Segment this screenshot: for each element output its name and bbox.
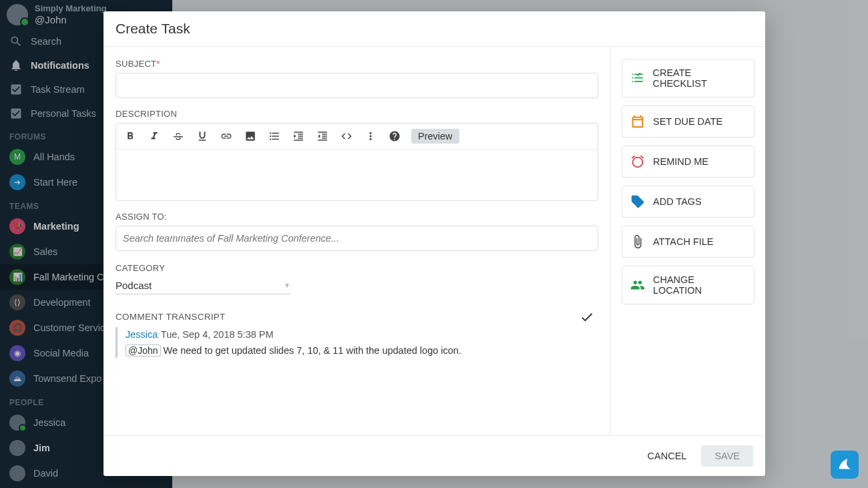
link-button[interactable] — [219, 128, 234, 145]
change-location-button[interactable]: CHANGE LOCATION — [622, 266, 754, 304]
modal-footer: CANCEL SAVE — [103, 435, 765, 476]
add-tags-button[interactable]: ADD TAGS — [622, 186, 754, 218]
subject-label: SUBJECT* — [116, 59, 598, 69]
transcript-label: COMMENT TRANSCRIPT — [116, 308, 226, 326]
create-task-modal: Create Task SUBJECT* DESCRIPTION — [103, 11, 765, 476]
subject-input[interactable] — [116, 73, 598, 98]
calendar-icon — [630, 114, 645, 129]
action-label: CHANGE LOCATION — [653, 274, 746, 296]
attach-file-button[interactable]: ATTACH FILE — [622, 226, 754, 258]
chevron-down-icon: ▼ — [284, 282, 290, 289]
assign-input[interactable] — [116, 226, 598, 251]
people-icon — [630, 278, 645, 292]
assign-label: ASSIGN TO: — [116, 212, 598, 222]
description-editor: Preview — [116, 123, 598, 201]
action-label: SET DUE DATE — [653, 116, 722, 127]
transcript-author: Jessica — [126, 329, 158, 340]
create-checklist-button[interactable]: CREATE CHECKLIST — [622, 59, 754, 97]
description-textarea[interactable] — [116, 150, 598, 200]
set-due-date-button[interactable]: SET DUE DATE — [622, 105, 754, 138]
image-button[interactable] — [243, 128, 258, 145]
save-button[interactable]: SAVE — [701, 445, 753, 467]
transcript-timestamp: Tue, Sep 4, 2018 5:38 PM — [161, 329, 274, 340]
transcript-body: We need to get updated slides 7, 10, & 1… — [164, 345, 461, 356]
category-value: Podcast — [116, 280, 152, 291]
code-button[interactable] — [339, 128, 354, 145]
checklist-icon — [630, 71, 644, 85]
category-label: CATEGORY — [116, 263, 598, 273]
outdent-button[interactable] — [315, 128, 330, 145]
app-logo[interactable] — [831, 451, 859, 479]
help-button[interactable] — [387, 128, 402, 145]
action-label: CREATE CHECKLIST — [652, 67, 746, 89]
underline-button[interactable] — [195, 128, 210, 145]
alarm-icon — [630, 154, 645, 169]
modal-header: Create Task — [103, 11, 765, 47]
preview-button[interactable]: Preview — [411, 129, 459, 144]
category-select[interactable]: Podcast ▼ — [116, 277, 290, 294]
editor-toolbar: Preview — [116, 124, 598, 150]
modal-side-column: CREATE CHECKLIST SET DUE DATE REMIND ME … — [610, 47, 765, 435]
action-label: ATTACH FILE — [653, 236, 714, 247]
cancel-button[interactable]: CANCEL — [648, 451, 687, 461]
transcript-entry: Jessica Tue, Sep 4, 2018 5:38 PM @John W… — [116, 327, 598, 358]
check-icon[interactable] — [580, 310, 594, 324]
description-label: DESCRIPTION — [116, 109, 598, 119]
action-label: ADD TAGS — [653, 196, 702, 207]
remind-me-button[interactable]: REMIND ME — [622, 146, 754, 178]
strikethrough-button[interactable] — [171, 128, 186, 145]
bold-button[interactable] — [123, 128, 138, 145]
mention-chip[interactable]: @John — [126, 344, 161, 356]
paperclip-icon — [630, 234, 645, 249]
italic-button[interactable] — [147, 128, 162, 145]
tags-icon — [630, 194, 645, 209]
indent-button[interactable] — [291, 128, 306, 145]
bullet-list-button[interactable] — [267, 128, 282, 145]
modal-main-column: SUBJECT* DESCRIPTION — [103, 47, 610, 435]
more-button[interactable] — [363, 128, 378, 145]
modal-title: Create Task — [116, 21, 753, 37]
action-label: REMIND ME — [653, 156, 708, 167]
